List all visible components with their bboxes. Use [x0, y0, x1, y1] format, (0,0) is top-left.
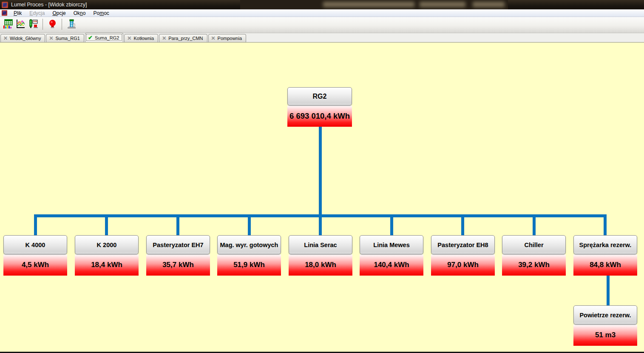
tab-bar: ✕ Widok_Główny ✕ Suma_RG1 ✔ Suma_RG2 ✕ K…	[0, 33, 644, 43]
node-label: RG2	[287, 87, 352, 105]
redacted-region	[240, 0, 508, 9]
tab-kotlownia[interactable]: ✕ Kotłownia	[124, 34, 158, 42]
node-pasteryzator-eh8[interactable]: Pasteryzator EH8 97,0 kWh	[431, 235, 495, 276]
node-value: 6 693 010,4 kWh	[287, 105, 352, 127]
node-value: 18,0 kWh	[289, 254, 352, 276]
alarm-lamp-icon[interactable]	[46, 18, 59, 31]
connector-sprezarka-powietrze	[607, 276, 610, 305]
diagram-canvas: RG2 6 693 010,4 kWh K 4000 4,5 kWh K 200…	[0, 43, 644, 353]
connector-drop	[390, 214, 393, 235]
close-icon[interactable]: ✕	[3, 36, 8, 41]
toolbar	[0, 17, 644, 33]
tab-label: Suma_RG1	[55, 36, 79, 41]
tab-label: Pompownia	[218, 36, 242, 41]
node-pasteryzator-eh7[interactable]: Pasteryzator EH7 35,7 kWh	[146, 235, 210, 276]
tab-suma-rg2[interactable]: ✔ Suma_RG2	[85, 33, 123, 42]
tab-suma-rg1[interactable]: ✕ Suma_RG1	[46, 34, 84, 42]
node-sprezarka-rezerw[interactable]: Sprężarka rezerw. 84,8 kWh	[573, 235, 637, 276]
node-value: 140,4 kWh	[360, 254, 423, 276]
node-value: 35,7 kWh	[146, 254, 210, 276]
menu-okno[interactable]: Okno	[70, 10, 90, 17]
tab-label: Widok_Główny	[10, 36, 41, 41]
tab-para-przy-cmn[interactable]: ✕ Para_przy_CMN	[159, 34, 207, 42]
window-title: Lumel Proces - [Widok zbiorczy]	[11, 2, 87, 8]
tab-label: Para_przy_CMN	[168, 36, 203, 41]
trend-chart-icon[interactable]	[14, 18, 27, 31]
node-mag-wyr-gotowych[interactable]: Mag. wyr. gotowych 51,9 kWh	[217, 235, 281, 276]
node-value: 39,2 kWh	[502, 254, 566, 276]
connector-drop	[461, 214, 464, 235]
menu-edycja: Edycja	[26, 10, 48, 17]
check-icon: ✔	[88, 35, 93, 40]
close-icon[interactable]: ✕	[211, 36, 216, 41]
connector-drop	[319, 214, 322, 235]
connector-drop	[533, 214, 536, 235]
node-linia-serac[interactable]: Linia Serac 18,0 kWh	[289, 235, 352, 276]
node-label: Linia Mewes	[360, 235, 423, 254]
node-label: Linia Serac	[289, 235, 352, 254]
redacted-blob	[323, 2, 414, 7]
menu-pomoc[interactable]: Pomoc	[89, 10, 113, 17]
node-value: 51 m3	[573, 325, 637, 346]
node-rg2[interactable]: RG2 6 693 010,4 kWh	[287, 87, 352, 127]
node-value: 97,0 kWh	[431, 254, 495, 276]
tab-pompownia[interactable]: ✕ Pompownia	[208, 34, 247, 42]
app-icon	[2, 2, 8, 8]
node-chiller[interactable]: Chiller 39,2 kWh	[502, 235, 566, 276]
title-bar: Lumel Proces - [Widok zbiorczy]	[0, 0, 644, 9]
node-label: Chiller	[502, 235, 566, 254]
node-label: Pasteryzator EH8	[431, 235, 495, 254]
connector-drop	[176, 214, 179, 235]
node-label: Powietrze rezerw.	[573, 305, 637, 325]
toolbar-separator	[62, 19, 62, 30]
connector-drop	[604, 214, 607, 235]
redacted-blob	[473, 2, 505, 7]
node-label: Mag. wyr. gotowych	[217, 235, 281, 254]
menu-plik[interactable]: Plik	[10, 10, 26, 17]
redacted-blob	[420, 2, 465, 7]
column-view-icon[interactable]	[65, 18, 78, 31]
node-label: K 4000	[3, 235, 67, 254]
node-value: 18,4 kWh	[75, 254, 139, 276]
close-icon[interactable]: ✕	[49, 36, 53, 41]
node-k4000[interactable]: K 4000 4,5 kWh	[3, 235, 67, 276]
connector-drop	[105, 214, 108, 235]
node-k2000[interactable]: K 2000 18,4 kWh	[75, 235, 139, 276]
node-linia-mewes[interactable]: Linia Mewes 140,4 kWh	[360, 235, 423, 276]
node-value: 84,8 kWh	[573, 254, 637, 276]
report-table-icon[interactable]	[1, 18, 14, 31]
connector-drop	[34, 214, 37, 235]
tab-label: Suma_RG2	[95, 35, 119, 40]
tab-label: Kotłownia	[133, 36, 154, 41]
document-icon	[2, 10, 7, 16]
connector-root-stem	[319, 126, 322, 217]
node-label: Pasteryzator EH7	[146, 235, 210, 254]
close-icon[interactable]: ✕	[162, 36, 166, 41]
node-label: K 2000	[75, 235, 139, 254]
node-value: 4,5 kWh	[3, 254, 67, 276]
node-label: Sprężarka rezerw.	[573, 235, 637, 254]
menu-opcje[interactable]: Opcje	[48, 10, 69, 17]
gauge-panel-icon[interactable]	[27, 18, 40, 31]
tab-widok-glowny[interactable]: ✕ Widok_Główny	[0, 34, 45, 42]
node-value: 51,9 kWh	[217, 254, 281, 276]
close-icon[interactable]: ✕	[127, 36, 131, 41]
toolbar-separator	[43, 19, 43, 30]
connector-drop	[248, 214, 251, 235]
node-powietrze-rezerw[interactable]: Powietrze rezerw. 51 m3	[573, 305, 637, 346]
menu-bar: Plik Edycja Opcje Okno Pomoc	[0, 9, 644, 17]
